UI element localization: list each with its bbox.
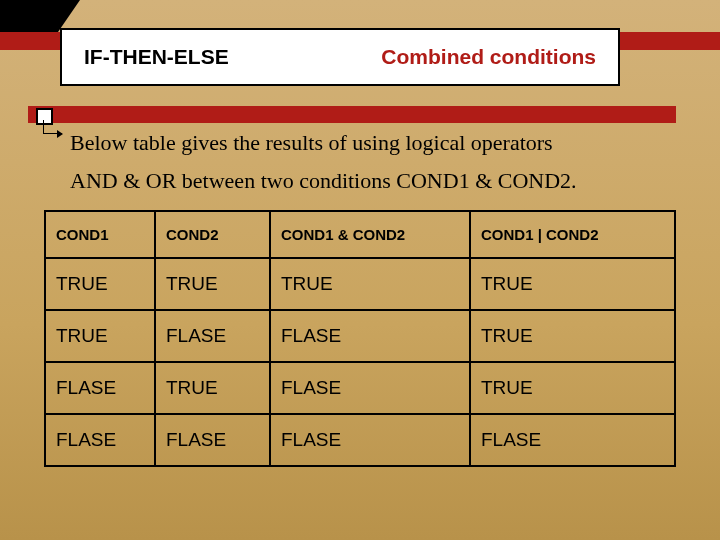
accent-red-bar: [28, 106, 676, 123]
cell: TRUE: [270, 258, 470, 310]
description-paragraph: Below table gives the results of using l…: [70, 124, 670, 200]
cell: FLASE: [270, 310, 470, 362]
title-box: IF-THEN-ELSE Combined conditions: [60, 28, 620, 86]
cell: TRUE: [45, 310, 155, 362]
cell: FLASE: [45, 414, 155, 466]
corner-notch: [0, 0, 58, 32]
arrow-icon: [44, 133, 62, 134]
para-line-1: Below table gives the results of using l…: [70, 130, 553, 155]
cell: FLASE: [155, 414, 270, 466]
title-right: Combined conditions: [381, 45, 596, 69]
table-row: FLASE FLASE FLASE FLASE: [45, 414, 675, 466]
cell: FLASE: [470, 414, 675, 466]
square-bullet-icon: [36, 108, 53, 125]
col-header: COND1 & COND2: [270, 211, 470, 258]
title-left: IF-THEN-ELSE: [84, 45, 381, 69]
cell: TRUE: [470, 310, 675, 362]
cell: TRUE: [470, 362, 675, 414]
cell: FLASE: [270, 414, 470, 466]
cell: TRUE: [155, 362, 270, 414]
table-row: TRUE TRUE TRUE TRUE: [45, 258, 675, 310]
cell: TRUE: [470, 258, 675, 310]
cell: TRUE: [45, 258, 155, 310]
cell: TRUE: [155, 258, 270, 310]
col-header: COND1 | COND2: [470, 211, 675, 258]
cell: FLASE: [270, 362, 470, 414]
table-header-row: COND1 COND2 COND1 & COND2 COND1 | COND2: [45, 211, 675, 258]
table-row: FLASE TRUE FLASE TRUE: [45, 362, 675, 414]
cell: FLASE: [45, 362, 155, 414]
col-header: COND2: [155, 211, 270, 258]
table-row: TRUE FLASE FLASE TRUE: [45, 310, 675, 362]
truth-table: COND1 COND2 COND1 & COND2 COND1 | COND2 …: [44, 210, 676, 467]
col-header: COND1: [45, 211, 155, 258]
cell: FLASE: [155, 310, 270, 362]
para-line-2: AND & OR between two conditions COND1 & …: [70, 168, 577, 193]
